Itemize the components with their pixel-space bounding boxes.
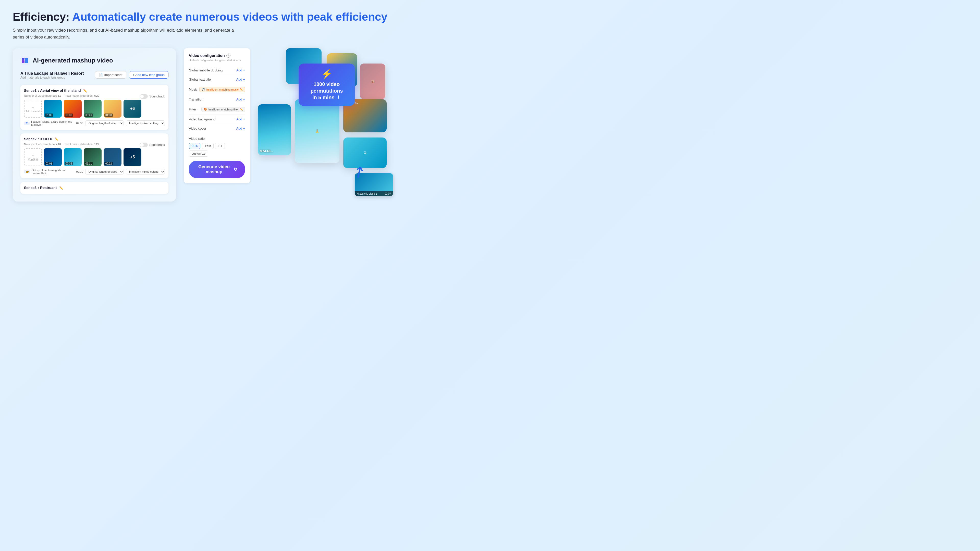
video-card-label: Mixed clip video 1 02:07 [355,191,393,196]
meditation-icon: 🧘 [295,99,339,163]
config-label-video-cover: Video cover [189,127,206,130]
thumb-1-3: 00:26 [84,100,102,118]
scene1-header: Sence1：Aerial view of the island ✏️ [24,89,165,93]
config-info-icon[interactable]: i [226,54,231,58]
edit-icon-3[interactable]: ✏️ [59,186,63,190]
scene1-cut-select[interactable]: Intelligent mixed cutting [126,121,165,126]
ratio-9-16[interactable]: 9:16 [189,143,200,149]
edit-icon-1[interactable]: ✏️ [83,89,87,93]
scene1-tag: 🏝 [24,122,30,125]
generate-button[interactable]: Generate video mashup ↻ [189,161,245,178]
thumb-1-2: 00:36 [64,100,82,118]
scene2-desc: 🐠 Get up close to magnificent marine lif… [24,168,83,175]
images-panel: 🤿 🌊 🏨 ⚡ 1000 video permutationsin 5 mins… [258,48,396,201]
config-label-text-title: Global text title [189,78,211,81]
photo-maldives: MALDI... [258,104,291,156]
lightning-icon: ⚡ [306,68,348,79]
page-title: Efficiency: Automatically create numerou… [13,10,396,24]
add-transition-button[interactable]: Add + [236,97,245,101]
config-row-filter: Filter 🎨 Intelligent matching filter ✏️ [189,104,245,115]
add-dubbing-button[interactable]: Add + [236,68,245,72]
page-subtitle: Simply input your raw video recordings, … [13,27,242,41]
music-icon: 🎵 [202,88,205,91]
config-row-music: Music 🎵 Intelligent matching music ✏️ [189,84,245,95]
config-label-dubbing: Global subtitle dubbing [189,68,223,72]
thumb-2-1: 02:01 [44,148,62,166]
thumb-2-3: 01:11 [84,148,102,166]
scene1-title: Sence1：Aerial view of the island ✏️ [24,89,87,93]
config-title: Video configuration i [189,53,245,58]
maldives-label: MALDI... [260,149,273,153]
edit-icon-2[interactable]: ✏️ [55,138,59,141]
title-prefix: Efficiency: [13,11,70,23]
scene2-cut-select[interactable]: Intelligent mixed cutting [126,169,165,175]
thumb-1-more: +6 [124,100,142,118]
promo-badge: ⚡ 1000 video permutationsin 5 mins ！ [299,64,355,106]
add-lens-button[interactable]: + Add new lens group [129,71,169,79]
music-badge[interactable]: 🎵 Intelligent matching music ✏️ [199,87,245,92]
soundtrack-label-2: Soundtrack [149,143,165,147]
thumb-2-2: 00:36 [64,148,82,166]
scene2-length-select[interactable]: Original length of video [85,169,124,175]
script-icon: 📄 [99,73,103,77]
add-text-title-button[interactable]: Add + [236,78,245,81]
music-value: Intelligent matching music [206,88,239,91]
scene-card-3: Sence3：Restruant ✏️ [21,182,169,194]
panel-header: AI-generated mashup video [21,56,169,65]
project-header: A True Escape at Halaveli Resort Add mat… [21,71,169,83]
scene2-media-strip: + 添加素材 02:01 00:36 01:11 [24,148,165,166]
scene3-title: Sence3：Restruant ✏️ [24,186,63,190]
panel-icon [21,56,30,65]
ratio-customize[interactable]: customize [189,151,208,157]
music-edit-icon[interactable]: ✏️ [240,88,243,91]
add-video-cover-button[interactable]: Add + [236,127,245,130]
config-row-text-title: Global text title Add + [189,75,245,84]
config-panel: Video configuration i Unified configurat… [184,48,250,183]
filter-edit-icon[interactable]: ✏️ [240,108,243,111]
scene2-meta: Number of video materials 10 Total mater… [24,143,165,146]
thumb-1-1: 01:06 [44,100,62,118]
filter-badge[interactable]: 🎨 Intelligent matching filter ✏️ [201,106,245,112]
soundtrack-toggle-2[interactable] [140,143,148,147]
scene1-footer: 🏝 Halaveli Island, a rare gem in the Mal… [24,120,165,126]
add-material-1[interactable]: + Add material [24,100,42,118]
scene1-media-strip: + Add material 01:06 00:36 00:26 [24,100,165,118]
scene-card-1: Sence1：Aerial view of the island ✏️ Numb… [21,85,169,130]
soundtrack-label-1: Soundtrack [149,95,165,98]
config-row-transition: Transition Add + [189,95,245,104]
thumb-2-more: +5 [124,148,142,166]
photo-bungalows: 🏝 [343,138,387,168]
scene1-desc: 🏝 Halaveli Island, a rare gem in the Mal… [24,120,83,126]
add-video-bg-button[interactable]: Add + [236,118,245,121]
config-subtitle: Unified configuration for generated vide… [189,59,245,62]
ratio-label: Video ratio [189,137,205,141]
filter-icon: 🎨 [204,108,207,111]
filter-value: Intelligent matching filter [208,108,239,111]
btn-group: 📄 import script + Add new lens group [95,71,169,79]
config-row-video-cover: Video cover Add + [189,124,245,133]
ratio-row: 9:16 16:9 1:1 customize [189,143,245,157]
scene1-length-select[interactable]: Original length of video [85,121,124,126]
thumb-2-4: 00:22 [103,148,121,166]
scene2-title: Sence2：XXXXX ✏️ [24,137,59,141]
ratio-16-9[interactable]: 16:9 [202,143,213,149]
soundtrack-toggle-1[interactable] [140,94,148,99]
scene2-tag: 🐠 [24,170,30,173]
ratio-section: Video ratio 9:16 16:9 1:1 customize [189,136,245,157]
scene-card-2: Sence2：XXXXX ✏️ Number of video material… [21,133,169,178]
config-label-video-bg: Video background [189,118,216,121]
project-subtitle: Add materials to each lens group [21,76,84,79]
thumb-1-4: 01:00 [103,100,121,118]
add-material-2[interactable]: + 添加素材 [24,148,42,166]
import-script-button[interactable]: 📄 import script [95,71,126,79]
left-panel: AI-generated mashup video A True Escape … [13,48,176,202]
config-row-video-bg: Video background Add + [189,115,245,124]
page-wrapper: Efficiency: Automatically create numerou… [13,10,396,202]
title-highlight: Automatically create numerous videos wit… [72,11,387,23]
config-label-filter: Filter [189,107,196,111]
scene2-header: Sence2：XXXXX ✏️ [24,137,165,141]
promo-text: 1000 video permutationsin 5 mins ！ [306,81,348,101]
ratio-1-1[interactable]: 1:1 [215,143,225,149]
photo-hotel-room: 🏨 [360,64,385,99]
config-row-subtitle-dubbing: Global subtitle dubbing Add + [189,66,245,75]
